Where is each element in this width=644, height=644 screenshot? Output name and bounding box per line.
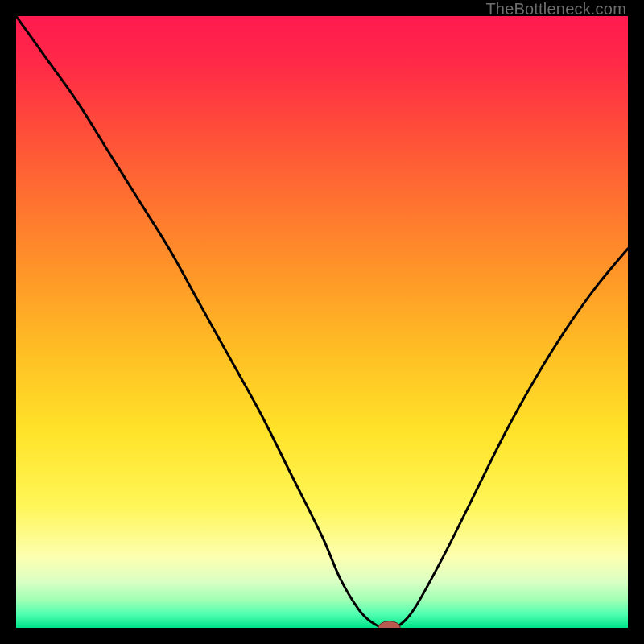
plot-area — [16, 16, 628, 628]
chart-svg — [16, 16, 628, 628]
app-frame: TheBottleneck.com — [0, 0, 644, 644]
